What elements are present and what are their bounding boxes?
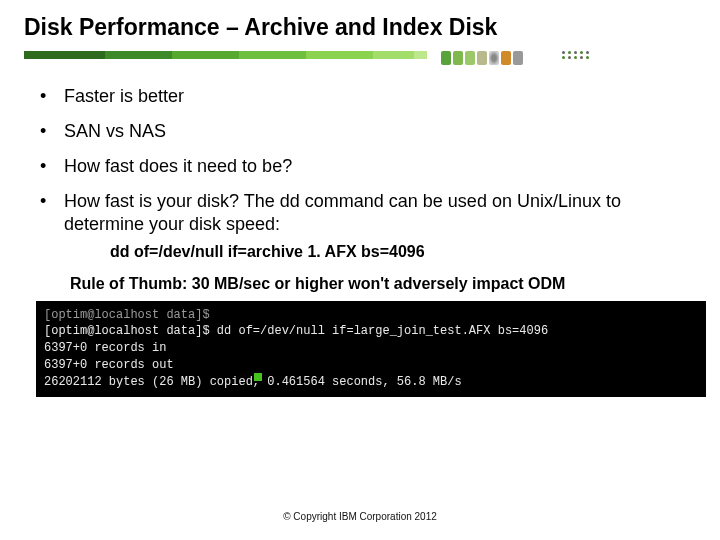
terminal-cursor-icon — [254, 373, 262, 381]
content-area: Faster is better SAN vs NAS How fast doe… — [24, 85, 696, 397]
bullet-list: Faster is better SAN vs NAS How fast doe… — [36, 85, 692, 263]
bullet-item: How fast is your disk? The dd command ca… — [36, 190, 692, 263]
sub-block: dd of=/dev/null if=archive 1. AFX bs=409… — [64, 242, 692, 262]
color-strip — [24, 51, 696, 59]
slide: Disk Performance – Archive and Index Dis… — [0, 0, 720, 540]
decor-bar — [24, 51, 696, 71]
bullet-item: How fast does it need to be? — [36, 155, 692, 178]
rule-of-thumb: Rule of Thumb: 30 MB/sec or higher won't… — [36, 275, 692, 293]
decor-dots — [562, 51, 590, 59]
terminal-line: [optim@localhost data]$ dd of=/dev/null … — [44, 323, 698, 340]
decor-blocks — [441, 51, 523, 67]
bullet-text: How fast is your disk? The dd command ca… — [64, 191, 621, 234]
terminal-screenshot: [optim@localhost data]$ [optim@localhost… — [36, 301, 706, 397]
command-example: dd of=/dev/null if=archive 1. AFX bs=409… — [110, 242, 692, 262]
bullet-item: SAN vs NAS — [36, 120, 692, 143]
terminal-line: 26202112 bytes (26 MB) copied, 0.461564 … — [44, 374, 698, 391]
copyright-footer: © Copyright IBM Corporation 2012 — [0, 511, 720, 522]
terminal-line: 6397+0 records out — [44, 357, 698, 374]
terminal-line: [optim@localhost data]$ — [44, 307, 698, 324]
slide-title: Disk Performance – Archive and Index Dis… — [24, 14, 696, 41]
bullet-item: Faster is better — [36, 85, 692, 108]
terminal-line: 6397+0 records in — [44, 340, 698, 357]
